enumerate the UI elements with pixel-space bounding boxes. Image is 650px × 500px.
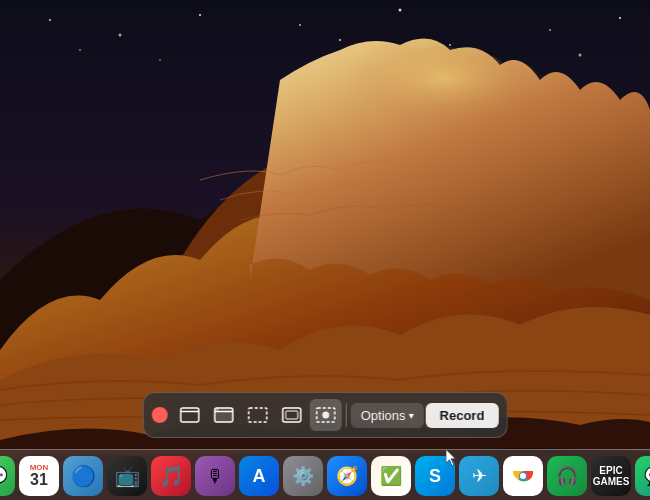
dock-music[interactable]: 🎵 <box>151 456 191 496</box>
svg-point-22 <box>322 412 329 419</box>
svg-point-4 <box>299 24 301 26</box>
capture-selection-button[interactable] <box>242 399 274 431</box>
svg-point-7 <box>619 17 621 19</box>
toolbar-divider <box>346 403 347 427</box>
window-icon <box>180 407 200 423</box>
svg-point-6 <box>549 29 551 31</box>
svg-rect-20 <box>286 411 298 419</box>
dock-finder[interactable]: 🔵 <box>63 456 103 496</box>
svg-point-5 <box>399 9 402 12</box>
fullscreen-icon <box>282 407 302 423</box>
svg-point-8 <box>79 49 81 51</box>
dock-appstore[interactable]: A <box>239 456 279 496</box>
svg-point-2 <box>119 34 122 37</box>
record-selection-button[interactable] <box>310 399 342 431</box>
window-filled-icon <box>214 407 234 423</box>
svg-point-17 <box>216 409 218 411</box>
dock-podcasts[interactable]: 🎙 <box>195 456 235 496</box>
dock-spotify[interactable]: 🎧 <box>547 456 587 496</box>
capture-window-button[interactable] <box>174 399 206 431</box>
dock-reminders[interactable]: ✅ <box>371 456 411 496</box>
capture-window-filled-button[interactable] <box>208 399 240 431</box>
svg-point-25 <box>520 473 526 479</box>
capture-fullscreen-button[interactable] <box>276 399 308 431</box>
svg-point-9 <box>449 44 451 46</box>
record-selection-icon <box>316 407 336 423</box>
close-x: × <box>157 410 163 421</box>
svg-point-12 <box>339 39 341 41</box>
options-label: Options <box>361 408 406 423</box>
dock: 📹 💬 MON 31 🔵 📺 🎵 🎙 A ⚙️ 🧭 ✅ S <box>0 449 650 500</box>
dock-messages[interactable]: 💬 <box>0 456 15 496</box>
dock-telegram[interactable]: ✈ <box>459 456 499 496</box>
record-button[interactable]: Record <box>426 403 499 428</box>
screenshot-toolbar: × Options <box>143 392 508 438</box>
svg-point-11 <box>159 59 161 61</box>
options-button[interactable]: Options ▾ <box>351 403 424 428</box>
selection-icon <box>248 407 268 423</box>
svg-rect-13 <box>181 408 199 422</box>
chevron-down-icon: ▾ <box>409 410 414 421</box>
dock-appletv[interactable]: 📺 <box>107 456 147 496</box>
dock-chrome[interactable] <box>503 456 543 496</box>
chrome-icon <box>511 464 535 488</box>
dock-skype[interactable]: S <box>415 456 455 496</box>
dock-whatsapp[interactable]: 💬 <box>635 456 650 496</box>
dock-safari[interactable]: 🧭 <box>327 456 367 496</box>
svg-rect-18 <box>249 408 267 422</box>
svg-point-3 <box>199 14 201 16</box>
dock-epic[interactable]: EPICGAMES <box>591 456 631 496</box>
toolbar-close-button[interactable]: × <box>152 407 168 423</box>
record-label: Record <box>440 408 485 423</box>
dock-calendar[interactable]: MON 31 <box>19 456 59 496</box>
svg-point-10 <box>579 54 582 57</box>
dock-settings[interactable]: ⚙️ <box>283 456 323 496</box>
svg-point-1 <box>49 19 51 21</box>
